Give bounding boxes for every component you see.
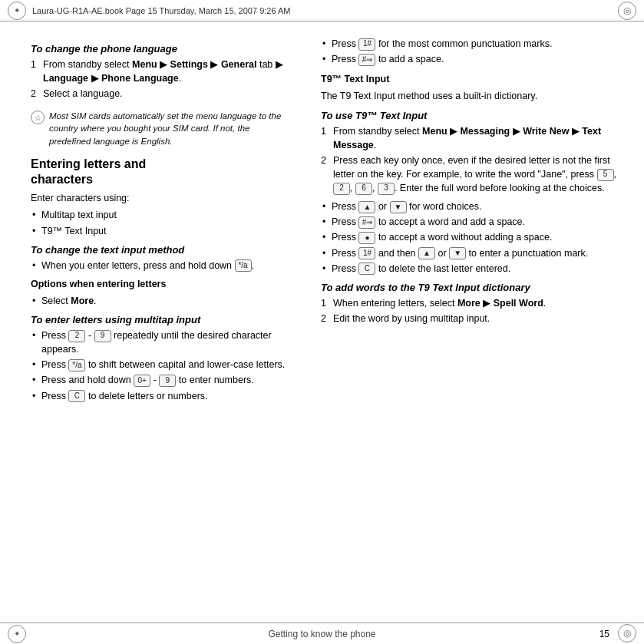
key-9b: 9 <box>159 375 176 387</box>
t9-item-4: Press 1# and then ▲ or ▼ to enter a punc… <box>321 246 621 260</box>
add-step-1: 1 When entering letters, select More ▶ S… <box>321 296 621 310</box>
options-title: Options when entering letters <box>31 277 293 291</box>
method-list: Multitap text input T9™ Text Input <box>31 208 293 237</box>
t9-bullet-list: Press ▲ or ▼ for word choices. Press #⇒ … <box>321 200 621 276</box>
key-down2: ▼ <box>449 247 466 259</box>
page-header: Laura-UG-R1A-AE.book Page 15 Thursday, M… <box>0 0 644 21</box>
change-method-item: When you enter letters, press and hold d… <box>31 259 293 272</box>
key-2b: 2 <box>333 183 350 195</box>
t9-title: T9™ Text Input <box>321 72 621 86</box>
t9-intro: The T9 Text Input method uses a built-in… <box>321 89 621 103</box>
punct-item-2: Press #⇒ to add a space. <box>321 52 621 66</box>
punctuation-list: Press 1# for the most common punctuation… <box>321 37 621 66</box>
note-text: Most SIM cards automatically set the men… <box>49 110 293 147</box>
step-1: 1 From standby select Menu ▶ Settings ▶ … <box>31 58 293 85</box>
add-words-steps: 1 When entering letters, select More ▶ S… <box>321 296 621 325</box>
settings-link: Settings <box>170 59 208 70</box>
t9-step-2: 2 Press each key only once, even if the … <box>321 154 621 195</box>
key-9: 9 <box>94 330 111 342</box>
key-3: 3 <box>378 183 395 195</box>
t9-step-1: 1 From standby select Menu ▶ Messaging ▶… <box>321 124 621 152</box>
key-up2: ▲ <box>418 247 435 259</box>
multitap-item-4: Press C to delete letters or numbers. <box>31 389 293 403</box>
key-c: C <box>68 390 85 402</box>
t9-item-2: Press #⇒ to accept a word and add a spac… <box>321 215 621 229</box>
t9-menu-link: Menu <box>422 126 447 137</box>
t9-item-1: Press ▲ or ▼ for word choices. <box>321 200 621 213</box>
star-key: */a <box>235 259 252 272</box>
key-up-arrow: ▲ <box>358 201 375 213</box>
change-method-title: To change the text input method <box>31 244 293 256</box>
options-item: Select More. <box>31 294 293 308</box>
general-link: General <box>221 59 257 70</box>
key-c2: C <box>358 263 375 275</box>
t9-writenew-link: Write New <box>523 126 569 137</box>
t9-steps: 1 From standby select Menu ▶ Messaging ▶… <box>321 124 621 196</box>
key-1hash2: 1# <box>358 247 375 259</box>
key-1hash: 1# <box>358 38 375 51</box>
t9-item-5: Press C to delete the last letter entere… <box>321 262 621 276</box>
key-0plus: 0+ <box>134 375 150 387</box>
multitap-title: To enter letters using multitap input <box>31 314 293 325</box>
multitap-list: Press 2 - 9 repeatedly until the desired… <box>31 329 293 403</box>
corner-decoration-tl <box>8 2 26 20</box>
add-step-2: 2 Edit the word by using multitap input. <box>321 312 621 325</box>
add-more-link: More <box>457 298 481 309</box>
method-multitap: Multitap text input <box>31 208 293 222</box>
key-hash-arrow2: #⇒ <box>358 216 375 229</box>
key-hash-arrow: #⇒ <box>358 54 375 66</box>
add-words-title: To add words to the T9 Text Input dictio… <box>321 282 621 293</box>
main-content: To change the phone language 1 From stan… <box>0 21 644 623</box>
corner-decoration-br <box>618 624 636 642</box>
key-6: 6 <box>355 183 372 195</box>
left-column: To change the phone language 1 From stan… <box>0 21 307 623</box>
use-t9-title: To use T9™ Text Input <box>321 110 621 121</box>
change-method-list: When you enter letters, press and hold d… <box>31 259 293 272</box>
corner-decoration-tr <box>618 2 636 20</box>
t9-item-3: Press ● to accept a word without adding … <box>321 230 621 244</box>
multitap-item-1: Press 2 - 9 repeatedly until the desired… <box>31 329 293 356</box>
note-icon: ☆ <box>31 111 45 124</box>
t9-messaging-link: Messaging <box>461 126 510 137</box>
footer-label: Getting to know the phone <box>268 629 375 639</box>
key-center: ● <box>358 232 375 244</box>
change-language-title: To change the phone language <box>31 43 293 54</box>
step-2: 2 Select a language. <box>31 87 293 101</box>
phone-language-link: Phone Language <box>101 73 179 84</box>
key-down-arrow: ▼ <box>390 201 407 213</box>
entering-letters-intro: Enter characters using: <box>31 191 293 205</box>
entering-letters-title: Entering letters andcharacters <box>31 157 293 189</box>
language-link: Language <box>43 73 88 84</box>
more-link: More <box>71 296 94 306</box>
change-language-steps: 1 From standby select Menu ▶ Settings ▶ … <box>31 58 293 101</box>
footer-page-number: 15 <box>599 629 609 639</box>
right-column: Press 1# for the most common punctuation… <box>307 21 644 623</box>
header-text: Laura-UG-R1A-AE.book Page 15 Thursday, M… <box>32 6 291 15</box>
key-star-a: */a <box>68 359 85 372</box>
corner-decoration-bl <box>8 625 26 643</box>
spell-word-link: Spell Word <box>494 298 543 309</box>
multitap-item-3: Press and hold down 0+ - 9 to enter numb… <box>31 373 293 387</box>
key-2: 2 <box>68 330 85 342</box>
menu-link: Menu <box>132 59 157 70</box>
punct-item-1: Press 1# for the most common punctuation… <box>321 37 621 51</box>
method-t9: T9™ Text Input <box>31 224 293 238</box>
options-list: Select More. <box>31 294 293 308</box>
note-box: ☆ Most SIM cards automatically set the m… <box>31 107 293 150</box>
multitap-item-2: Press */a to shift between capital and l… <box>31 358 293 372</box>
key-5: 5 <box>597 169 614 181</box>
